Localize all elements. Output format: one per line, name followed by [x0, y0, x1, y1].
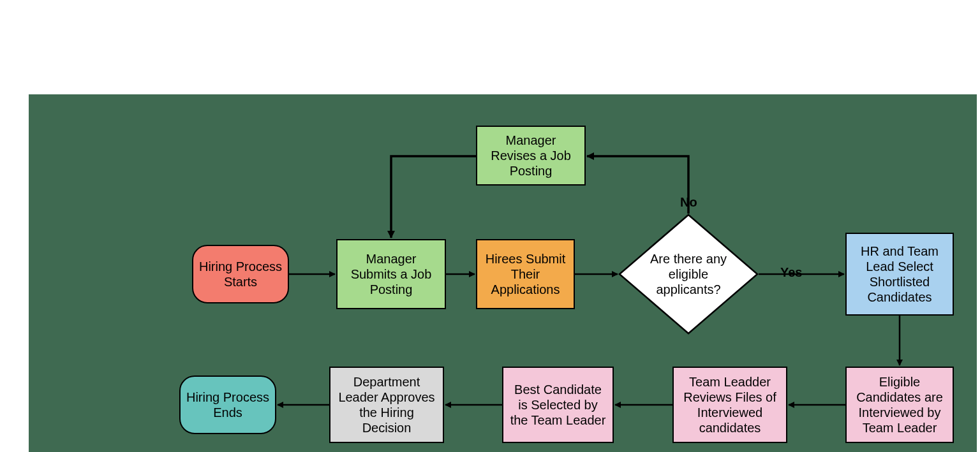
- node-start: Hiring Process Starts: [192, 245, 289, 303]
- node-end-label: Hiring Process Ends: [186, 390, 270, 420]
- node-decision-label: Are there any eligible applicants?: [618, 251, 759, 297]
- node-interview-label: Eligible Candidates are Interviewed by T…: [852, 374, 947, 435]
- node-revise: Manager Revises a Job Posting: [476, 126, 586, 186]
- node-approve-label: Department Leader Approves the Hiring De…: [336, 374, 438, 435]
- node-interview: Eligible Candidates are Interviewed by T…: [845, 367, 954, 443]
- node-submit-label: Manager Submits a Job Posting: [343, 251, 440, 297]
- node-shortlist-label: HR and Team Lead Select Shortlisted Cand…: [852, 244, 947, 305]
- node-review-label: Team Leadder Reviews Files of Interviewe…: [679, 374, 781, 435]
- node-revise-label: Manager Revises a Job Posting: [482, 133, 579, 179]
- edge-label-no: No: [680, 195, 697, 210]
- node-end: Hiring Process Ends: [179, 375, 276, 434]
- node-best: Best Candidate is Selected by the Team L…: [502, 367, 614, 443]
- node-hirees: Hirees Submit Their Applications: [476, 239, 575, 309]
- node-decision: Are there any eligible applicants?: [618, 214, 759, 335]
- node-start-label: Hiring Process Starts: [198, 259, 283, 289]
- top-whitespace: [29, 22, 977, 94]
- edge-label-yes: Yes: [780, 265, 802, 280]
- node-review: Team Leadder Reviews Files of Interviewe…: [672, 367, 787, 443]
- node-shortlist: HR and Team Lead Select Shortlisted Cand…: [845, 233, 954, 316]
- node-hirees-label: Hirees Submit Their Applications: [482, 251, 568, 297]
- node-best-label: Best Candidate is Selected by the Team L…: [509, 382, 607, 428]
- node-submit: Manager Submits a Job Posting: [336, 239, 446, 309]
- node-approve: Department Leader Approves the Hiring De…: [329, 367, 444, 443]
